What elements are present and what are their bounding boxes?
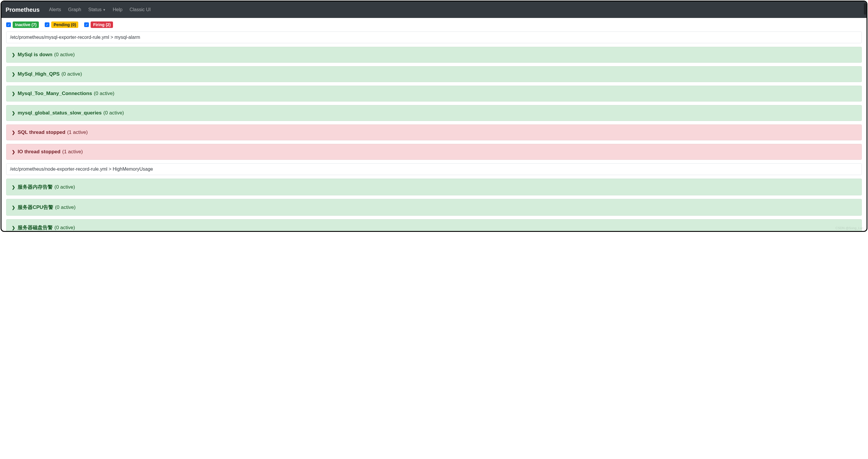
alert-active-count: (0 active) [94,91,115,96]
alert-name: Mysql_Too_Many_Connections [18,91,92,96]
alert-name: 服务器磁盘告警 [18,224,53,231]
rule-group-header: /etc/prometheus/mysql-exporter-record-ru… [6,31,862,43]
alert-active-count: (0 active) [54,52,75,58]
filter-firing: ✓ Firing (2) [84,22,113,28]
alert-rule-row[interactable]: ❯ mysql_global_status_slow_queries (0 ac… [6,105,862,121]
alert-rule-row[interactable]: ❯ MySql_High_QPS (0 active) [6,66,862,82]
nav-graph[interactable]: Graph [65,5,85,15]
content-area: ✓ Inactive (7) ✓ Pending (0) ✓ Firing (2… [1,18,867,232]
alert-active-count: (0 active) [55,205,75,210]
chevron-right-icon: ❯ [12,52,15,57]
nav-classic-ui[interactable]: Classic UI [126,5,154,15]
chevron-down-icon: ▼ [103,8,105,11]
chevron-right-icon: ❯ [12,91,15,96]
chevron-right-icon: ❯ [12,205,15,210]
alert-name: MySql_High_QPS [18,71,60,77]
badge-pending[interactable]: Pending (0) [51,22,78,28]
alert-rule-row[interactable]: ❯ SQL thread stopped (1 active) [6,124,862,140]
alert-name: MySql is down [18,52,52,58]
brand-logo[interactable]: Prometheus [6,6,40,13]
alert-rule-row[interactable]: ❯ IO thread stopped (1 active) [6,144,862,160]
alert-rule-row[interactable]: ❯ Mysql_Too_Many_Connections (0 active) [6,86,862,101]
alert-active-count: (0 active) [55,225,75,231]
state-filter-row: ✓ Inactive (7) ✓ Pending (0) ✓ Firing (2… [6,22,862,28]
alert-active-count: (0 active) [55,184,75,190]
chevron-right-icon: ❯ [12,111,15,115]
nav-status-label: Status [88,7,101,12]
chevron-right-icon: ❯ [12,225,15,230]
alert-name: 服务器内存告警 [18,184,53,190]
filter-inactive: ✓ Inactive (7) [6,22,39,28]
alert-name: 服务器CPU告警 [18,204,53,211]
alert-rule-row[interactable]: ❯ MySql is down (0 active) [6,47,862,63]
alert-active-count: (0 active) [103,110,124,116]
top-navbar: Prometheus Alerts Graph Status ▼ Help Cl… [1,1,867,18]
nav-alerts[interactable]: Alerts [45,5,65,15]
rule-group-header: /etc/prometheus/node-exporter-record-rul… [6,163,862,175]
watermark-text: CSDN @Song_Lun [835,226,864,230]
alert-name: mysql_global_status_slow_queries [18,110,101,116]
alert-rule-row[interactable]: ❯ 服务器磁盘告警 (0 active) [6,219,862,232]
checkbox-firing[interactable]: ✓ [84,22,89,27]
badge-firing[interactable]: Firing (2) [91,22,113,28]
chevron-right-icon: ❯ [12,185,15,189]
nav-status[interactable]: Status ▼ [85,5,109,15]
checkbox-inactive[interactable]: ✓ [6,22,11,27]
scrollbar-thumb[interactable] [864,3,866,15]
badge-inactive[interactable]: Inactive (7) [13,22,39,28]
alert-active-count: (1 active) [62,149,83,155]
chevron-right-icon: ❯ [12,72,15,76]
alert-active-count: (0 active) [62,71,82,77]
alert-rule-row[interactable]: ❯ 服务器CPU告警 (0 active) [6,199,862,216]
chevron-right-icon: ❯ [12,130,15,135]
chevron-right-icon: ❯ [12,150,15,154]
alert-name: IO thread stopped [18,149,60,155]
alert-rule-row[interactable]: ❯ 服务器内存告警 (0 active) [6,179,862,195]
alert-name: SQL thread stopped [18,129,65,135]
filter-pending: ✓ Pending (0) [45,22,78,28]
app-frame: Prometheus Alerts Graph Status ▼ Help Cl… [1,1,867,232]
checkbox-pending[interactable]: ✓ [45,22,50,27]
alert-active-count: (1 active) [67,129,88,135]
nav-help[interactable]: Help [109,5,126,15]
